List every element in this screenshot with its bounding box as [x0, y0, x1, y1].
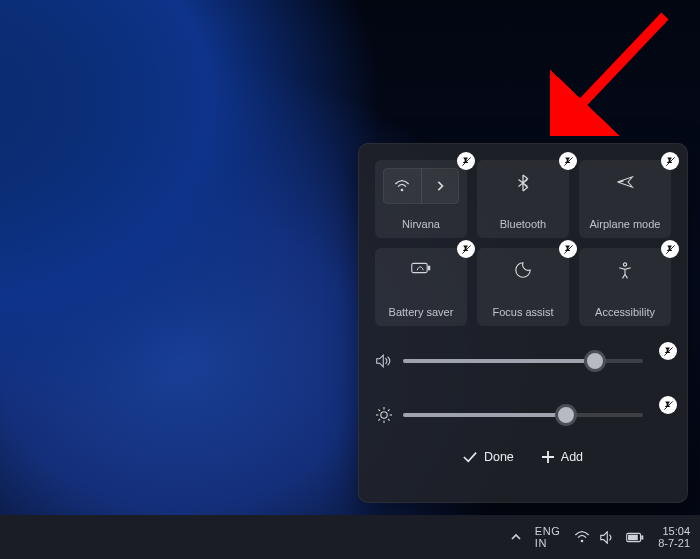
tile-focus-assist[interactable]: Focus assist [477, 248, 569, 326]
tile-label: Accessibility [595, 306, 655, 318]
svg-rect-6 [428, 266, 430, 271]
svg-rect-25 [628, 534, 638, 540]
battery-saver-icon [375, 262, 467, 274]
unpin-button-bluetooth[interactable] [559, 152, 577, 170]
svg-line-20 [378, 419, 380, 421]
svg-line-21 [570, 16, 665, 116]
svg-rect-24 [641, 535, 643, 539]
tile-wifi[interactable]: Nirvana [375, 160, 467, 238]
svg-line-19 [388, 409, 390, 411]
panel-actions: Done Add [375, 450, 671, 464]
tile-label: Battery saver [389, 306, 454, 318]
tile-label: Airplane mode [590, 218, 661, 230]
wifi-icon [394, 180, 410, 192]
language-secondary: IN [535, 537, 560, 549]
tile-airplane[interactable]: Airplane mode [579, 160, 671, 238]
svg-point-1 [401, 189, 404, 192]
tile-accessibility[interactable]: Accessibility [579, 248, 671, 326]
add-label: Add [561, 450, 583, 464]
unpin-button-accessibility[interactable] [661, 240, 679, 258]
tray-overflow-button[interactable] [511, 533, 521, 541]
clock[interactable]: 15:04 8-7-21 [658, 525, 690, 549]
bluetooth-icon [477, 174, 569, 192]
time-text: 15:04 [658, 525, 690, 537]
tile-label: Nirvana [402, 218, 440, 230]
sliders-area [375, 348, 671, 428]
quick-settings-tile-grid: Nirvana Bluetooth Airpla [375, 160, 671, 326]
svg-point-12 [381, 412, 387, 418]
brightness-slider-row [375, 402, 671, 428]
speaker-tray-icon [600, 531, 616, 544]
volume-slider-row [375, 348, 671, 374]
svg-line-17 [378, 409, 380, 411]
language-primary: ENG [535, 525, 560, 537]
done-button[interactable]: Done [463, 450, 514, 464]
tile-bluetooth[interactable]: Bluetooth [477, 160, 569, 238]
speaker-icon [375, 354, 393, 368]
volume-slider[interactable] [403, 359, 643, 363]
wifi-split-button [383, 168, 459, 204]
wifi-expand[interactable] [421, 169, 459, 203]
systray-quick-area[interactable] [574, 531, 644, 544]
battery-tray-icon [626, 532, 644, 543]
chevron-right-icon [436, 181, 444, 191]
unpin-button-focus-assist[interactable] [559, 240, 577, 258]
svg-point-22 [581, 540, 584, 543]
unpin-button-volume[interactable] [659, 342, 677, 360]
check-icon [463, 451, 477, 463]
quick-settings-panel: Nirvana Bluetooth Airpla [358, 143, 688, 503]
desktop: Nirvana Bluetooth Airpla [0, 0, 700, 559]
tile-battery-saver[interactable]: Battery saver [375, 248, 467, 326]
add-button[interactable]: Add [542, 450, 583, 464]
plus-icon [542, 451, 554, 463]
wifi-tray-icon [574, 531, 590, 543]
language-indicator[interactable]: ENG IN [535, 525, 560, 549]
brightness-slider[interactable] [403, 413, 643, 417]
tile-label: Focus assist [492, 306, 553, 318]
unpin-button-brightness[interactable] [659, 396, 677, 414]
svg-rect-5 [412, 263, 427, 272]
svg-point-9 [623, 263, 626, 266]
svg-line-18 [388, 419, 390, 421]
date-text: 8-7-21 [658, 537, 690, 549]
done-label: Done [484, 450, 514, 464]
unpin-button-airplane[interactable] [661, 152, 679, 170]
taskbar: ENG IN 15:04 8-7-21 [0, 515, 700, 559]
wifi-toggle[interactable] [384, 169, 421, 203]
airplane-icon [579, 174, 671, 190]
focus-assist-icon [477, 262, 569, 278]
annotation-arrow [550, 6, 680, 136]
unpin-button-wifi[interactable] [457, 152, 475, 170]
unpin-button-battery-saver[interactable] [457, 240, 475, 258]
tile-label: Bluetooth [500, 218, 546, 230]
brightness-icon [375, 407, 393, 423]
accessibility-icon [579, 262, 671, 280]
